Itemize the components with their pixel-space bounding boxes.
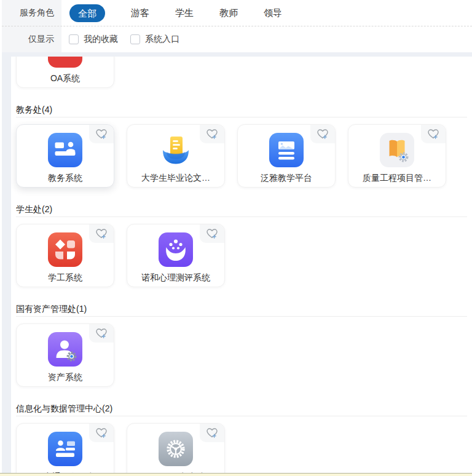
- app-card[interactable]: 大学生毕业论文…: [127, 124, 225, 188]
- heart-plus-icon: [95, 328, 108, 339]
- only-show-option[interactable]: 我的收藏: [69, 34, 118, 45]
- checkbox[interactable]: [130, 34, 140, 44]
- app-section: OA系统: [16, 57, 467, 88]
- app-card[interactable]: 学工系统: [16, 224, 114, 287]
- role-tab[interactable]: 全部: [69, 4, 105, 22]
- heart-plus-icon: [95, 129, 108, 140]
- app-section: 教务处(4)教务系统大学生毕业论文…泛雅教学平台质量工程项目管…: [16, 105, 467, 188]
- vpn-gear-icon: [159, 432, 193, 466]
- app-card[interactable]: 一卡通服务平台: [16, 423, 114, 473]
- asset-person-icon: [48, 332, 82, 367]
- checkbox[interactable]: [69, 34, 79, 44]
- only-show-label: 仅显示: [2, 34, 54, 45]
- heart-plus-icon: [206, 427, 218, 438]
- app-name: 学工系统: [48, 272, 82, 284]
- thesis-doc-icon: [159, 133, 193, 167]
- campus-card-icon: [48, 432, 82, 466]
- heart-plus-icon: [206, 228, 218, 239]
- edu-admin-icon: [48, 133, 82, 167]
- service-portal-page: 服务角色 全部游客学生教师领导 仅显示 我的收藏系统入口 OA系统教务处(4)教…: [0, 0, 472, 476]
- favorite-add-button[interactable]: [310, 125, 335, 143]
- filter-bar: 服务角色 全部游客学生教师领导 仅显示 我的收藏系统入口: [2, 0, 472, 52]
- app-card[interactable]: VPN PC客户端: [127, 423, 225, 473]
- only-show-option[interactable]: 系统入口: [130, 34, 179, 45]
- favorite-add-button[interactable]: [200, 125, 224, 143]
- favorite-add-button[interactable]: [200, 424, 224, 442]
- favorite-add-button[interactable]: [89, 424, 114, 442]
- app-name: 大学生毕业论文…: [141, 173, 210, 184]
- card-row: 学工系统诺和心理测评系统: [16, 224, 467, 287]
- app-name: 资产系统: [48, 372, 82, 383]
- left-edge-strip: [0, 0, 2, 476]
- app-card[interactable]: 泛雅教学平台: [237, 124, 336, 188]
- section-header: 国有资产管理处(1): [16, 304, 467, 317]
- app-card[interactable]: 诺和心理测评系统: [127, 224, 225, 287]
- section-header: 信息化与数据管理中心(2): [16, 403, 467, 416]
- app-name: 泛雅教学平台: [261, 173, 312, 184]
- psych-test-icon: [159, 232, 193, 267]
- favorite-add-button[interactable]: [89, 224, 114, 243]
- app-card[interactable]: 资产系统: [16, 323, 114, 387]
- app-card[interactable]: 质量工程项目管…: [348, 124, 446, 188]
- role-tab[interactable]: 领导: [264, 7, 282, 19]
- only-show-checkboxes: 我的收藏系统入口: [69, 34, 179, 45]
- app-name: 质量工程项目管…: [363, 173, 431, 184]
- app-name: 诺和心理测评系统: [141, 272, 210, 284]
- favorite-add-button[interactable]: [89, 324, 114, 343]
- favorite-add-button[interactable]: [89, 125, 114, 143]
- favorite-add-button[interactable]: [200, 224, 224, 243]
- app-list-panel: OA系统教务处(4)教务系统大学生毕业论文…泛雅教学平台质量工程项目管…学生处(…: [11, 57, 472, 473]
- quality-project-icon: [380, 133, 414, 167]
- card-row: 资产系统: [16, 323, 467, 387]
- card-row: OA系统: [16, 57, 467, 88]
- heart-plus-icon: [317, 129, 329, 140]
- role-filter-row: 服务角色 全部游客学生教师领导: [2, 0, 472, 26]
- favorite-add-button[interactable]: [421, 125, 446, 143]
- only-show-row: 仅显示 我的收藏系统入口: [2, 26, 472, 52]
- card-row: 一卡通服务平台VPN PC客户端: [16, 423, 467, 473]
- app-name: OA系统: [50, 73, 80, 84]
- app-name: 教务系统: [48, 173, 82, 184]
- checkbox-label: 我的收藏: [84, 34, 118, 45]
- app-section: 信息化与数据管理中心(2)一卡通服务平台VPN PC客户端: [16, 403, 467, 473]
- checkbox-label: 系统入口: [145, 34, 179, 45]
- heart-plus-icon: [95, 228, 108, 239]
- app-card[interactable]: OA系统: [16, 57, 114, 88]
- section-header: 学生处(2): [16, 204, 467, 217]
- app-card[interactable]: 教务系统: [16, 124, 114, 188]
- role-filter-label: 服务角色: [2, 7, 54, 18]
- card-row: 教务系统大学生毕业论文…泛雅教学平台质量工程项目管…: [16, 124, 467, 188]
- bottom-window-edge: [0, 473, 472, 476]
- role-tab[interactable]: 游客: [131, 7, 149, 19]
- heart-plus-icon: [427, 129, 439, 140]
- role-tab[interactable]: 教师: [219, 7, 238, 19]
- app-section: 学生处(2)学工系统诺和心理测评系统: [16, 204, 467, 287]
- role-tab[interactable]: 学生: [175, 7, 194, 19]
- teaching-platform-icon: [269, 133, 304, 167]
- student-affairs-icon: [48, 232, 82, 267]
- heart-plus-icon: [95, 427, 108, 438]
- role-tabs: 全部游客学生教师领导: [69, 4, 282, 22]
- section-header: 教务处(4): [16, 105, 467, 117]
- oa-system-icon: [48, 57, 82, 68]
- app-section: 国有资产管理处(1)资产系统: [16, 304, 467, 387]
- heart-plus-icon: [206, 129, 218, 140]
